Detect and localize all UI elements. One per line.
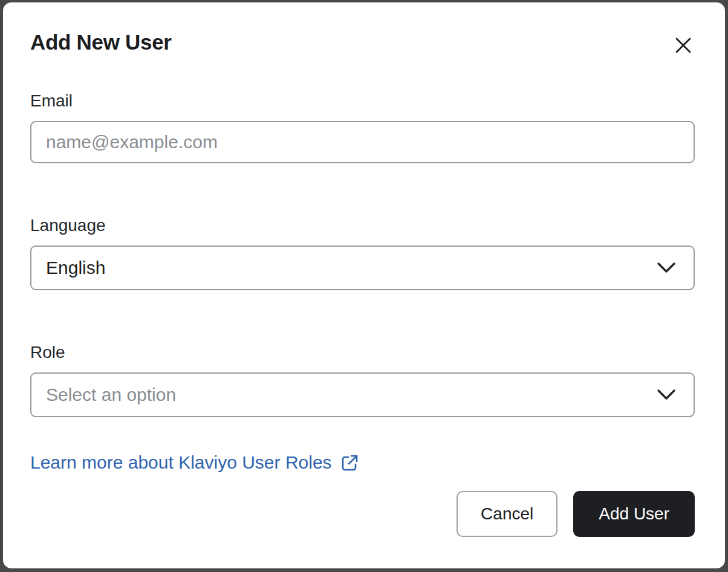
dialog-title: Add New User <box>30 29 172 56</box>
cancel-button[interactable]: Cancel <box>457 491 557 537</box>
language-select[interactable]: English <box>30 245 695 290</box>
language-selected-value: English <box>46 258 105 278</box>
chevron-down-icon <box>656 389 677 401</box>
email-input[interactable] <box>30 121 695 163</box>
chevron-down-icon <box>656 262 677 274</box>
add-user-button[interactable]: Add User <box>573 491 695 537</box>
language-label: Language <box>30 215 695 236</box>
role-select[interactable]: Select an option <box>30 372 695 417</box>
language-field-group: Language English <box>30 215 695 290</box>
dialog-header: Add New User <box>30 29 695 57</box>
close-icon <box>674 47 692 56</box>
add-new-user-dialog: Add New User Email Language English Rol <box>3 2 725 568</box>
role-placeholder: Select an option <box>46 385 176 405</box>
roles-link-row: Learn more about Klaviyo User Roles <box>30 452 695 473</box>
role-label: Role <box>30 342 695 363</box>
role-field-group: Role Select an option <box>30 342 695 417</box>
close-button[interactable] <box>672 34 695 57</box>
email-label: Email <box>30 91 695 111</box>
learn-more-link[interactable]: Learn more about Klaviyo User Roles <box>30 452 332 473</box>
external-link-icon <box>340 454 359 472</box>
email-field-group: Email <box>30 91 695 163</box>
dialog-footer: Cancel Add User <box>30 491 695 537</box>
